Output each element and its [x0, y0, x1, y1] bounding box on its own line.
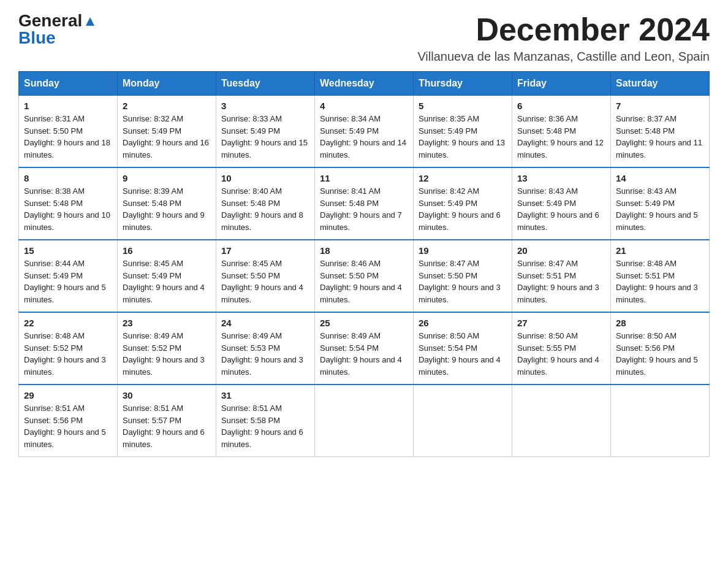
day-info: Sunrise: 8:33 AMSunset: 5:49 PMDaylight:…	[221, 113, 309, 161]
day-number: 17	[221, 245, 309, 256]
logo-triangle-icon	[83, 15, 97, 28]
logo: General Blue	[18, 12, 97, 47]
day-info: Sunrise: 8:45 AMSunset: 5:49 PMDaylight:…	[123, 258, 211, 305]
calendar-cell	[315, 385, 414, 457]
calendar-cell: 3Sunrise: 8:33 AMSunset: 5:49 PMDaylight…	[216, 96, 315, 168]
month-title: December 2024	[417, 12, 710, 47]
day-info: Sunrise: 8:36 AMSunset: 5:48 PMDaylight:…	[517, 113, 605, 161]
day-number: 11	[320, 173, 408, 183]
location-subtitle: Villanueva de las Manzanas, Castille and…	[417, 50, 710, 64]
calendar-cell: 1Sunrise: 8:31 AMSunset: 5:50 PMDaylight…	[19, 96, 118, 168]
calendar-cell: 20Sunrise: 8:47 AMSunset: 5:51 PMDayligh…	[512, 240, 611, 312]
day-number: 29	[24, 390, 112, 400]
calendar-cell: 9Sunrise: 8:39 AMSunset: 5:48 PMDaylight…	[118, 167, 216, 240]
day-number: 5	[419, 101, 507, 111]
weekday-header-wednesday: Wednesday	[315, 72, 414, 96]
day-number: 22	[24, 318, 112, 328]
weekday-header-friday: Friday	[512, 72, 611, 96]
day-info: Sunrise: 8:40 AMSunset: 5:48 PMDaylight:…	[221, 185, 309, 233]
day-info: Sunrise: 8:38 AMSunset: 5:48 PMDaylight:…	[24, 185, 112, 233]
calendar-cell: 26Sunrise: 8:50 AMSunset: 5:54 PMDayligh…	[414, 312, 512, 385]
calendar-cell: 12Sunrise: 8:42 AMSunset: 5:49 PMDayligh…	[414, 167, 512, 240]
day-number: 18	[320, 245, 408, 256]
day-number: 4	[320, 101, 408, 111]
day-info: Sunrise: 8:46 AMSunset: 5:50 PMDaylight:…	[320, 258, 408, 305]
day-number: 19	[419, 245, 507, 256]
day-info: Sunrise: 8:44 AMSunset: 5:49 PMDaylight:…	[24, 258, 112, 305]
calendar-week-row: 22Sunrise: 8:48 AMSunset: 5:52 PMDayligh…	[19, 312, 710, 385]
day-info: Sunrise: 8:47 AMSunset: 5:50 PMDaylight:…	[419, 258, 507, 305]
calendar-cell: 30Sunrise: 8:51 AMSunset: 5:57 PMDayligh…	[118, 385, 216, 457]
calendar-cell: 31Sunrise: 8:51 AMSunset: 5:58 PMDayligh…	[216, 385, 315, 457]
day-info: Sunrise: 8:49 AMSunset: 5:52 PMDaylight:…	[123, 330, 211, 378]
day-info: Sunrise: 8:42 AMSunset: 5:49 PMDaylight:…	[419, 185, 507, 233]
day-number: 15	[24, 245, 112, 256]
day-number: 20	[517, 245, 605, 256]
weekday-header-tuesday: Tuesday	[216, 72, 315, 96]
day-number: 27	[517, 318, 605, 328]
day-number: 23	[123, 318, 211, 328]
day-info: Sunrise: 8:31 AMSunset: 5:50 PMDaylight:…	[24, 113, 112, 161]
page-header: General Blue December 2024 Villanueva de…	[18, 12, 710, 64]
day-info: Sunrise: 8:37 AMSunset: 5:48 PMDaylight:…	[616, 113, 704, 161]
day-number: 7	[616, 101, 704, 111]
day-number: 30	[123, 390, 211, 400]
day-number: 28	[616, 318, 704, 328]
day-info: Sunrise: 8:39 AMSunset: 5:48 PMDaylight:…	[123, 185, 211, 233]
day-info: Sunrise: 8:35 AMSunset: 5:49 PMDaylight:…	[419, 113, 507, 161]
day-number: 1	[24, 101, 112, 111]
calendar-week-row: 15Sunrise: 8:44 AMSunset: 5:49 PMDayligh…	[19, 240, 710, 312]
calendar-week-row: 1Sunrise: 8:31 AMSunset: 5:50 PMDaylight…	[19, 96, 710, 168]
day-number: 31	[221, 390, 309, 400]
logo-blue-text: Blue	[18, 29, 56, 47]
day-number: 10	[221, 173, 309, 183]
day-info: Sunrise: 8:51 AMSunset: 5:57 PMDaylight:…	[123, 402, 211, 450]
day-number: 13	[517, 173, 605, 183]
calendar-cell: 14Sunrise: 8:43 AMSunset: 5:49 PMDayligh…	[611, 167, 710, 240]
calendar-cell	[512, 385, 611, 457]
logo-general-text: General	[18, 12, 82, 29]
day-info: Sunrise: 8:34 AMSunset: 5:49 PMDaylight:…	[320, 113, 408, 161]
calendar-cell: 2Sunrise: 8:32 AMSunset: 5:49 PMDaylight…	[118, 96, 216, 168]
calendar-cell: 23Sunrise: 8:49 AMSunset: 5:52 PMDayligh…	[118, 312, 216, 385]
day-number: 6	[517, 101, 605, 111]
day-info: Sunrise: 8:50 AMSunset: 5:56 PMDaylight:…	[616, 330, 704, 378]
day-number: 14	[616, 173, 704, 183]
day-info: Sunrise: 8:49 AMSunset: 5:53 PMDaylight:…	[221, 330, 309, 378]
calendar-week-row: 29Sunrise: 8:51 AMSunset: 5:56 PMDayligh…	[19, 385, 710, 457]
day-info: Sunrise: 8:48 AMSunset: 5:52 PMDaylight:…	[24, 330, 112, 378]
calendar-cell: 8Sunrise: 8:38 AMSunset: 5:48 PMDaylight…	[19, 167, 118, 240]
day-info: Sunrise: 8:43 AMSunset: 5:49 PMDaylight:…	[616, 185, 704, 233]
calendar-cell: 16Sunrise: 8:45 AMSunset: 5:49 PMDayligh…	[118, 240, 216, 312]
calendar-cell: 17Sunrise: 8:45 AMSunset: 5:50 PMDayligh…	[216, 240, 315, 312]
calendar-cell: 13Sunrise: 8:43 AMSunset: 5:49 PMDayligh…	[512, 167, 611, 240]
calendar-cell: 6Sunrise: 8:36 AMSunset: 5:48 PMDaylight…	[512, 96, 611, 168]
calendar-cell: 21Sunrise: 8:48 AMSunset: 5:51 PMDayligh…	[611, 240, 710, 312]
calendar-cell	[414, 385, 512, 457]
weekday-header-saturday: Saturday	[611, 72, 710, 96]
calendar-cell: 11Sunrise: 8:41 AMSunset: 5:48 PMDayligh…	[315, 167, 414, 240]
weekday-header-thursday: Thursday	[414, 72, 512, 96]
calendar-cell: 15Sunrise: 8:44 AMSunset: 5:49 PMDayligh…	[19, 240, 118, 312]
calendar-cell: 25Sunrise: 8:49 AMSunset: 5:54 PMDayligh…	[315, 312, 414, 385]
day-info: Sunrise: 8:41 AMSunset: 5:48 PMDaylight:…	[320, 185, 408, 233]
calendar-cell: 5Sunrise: 8:35 AMSunset: 5:49 PMDaylight…	[414, 96, 512, 168]
calendar-cell: 27Sunrise: 8:50 AMSunset: 5:55 PMDayligh…	[512, 312, 611, 385]
day-number: 25	[320, 318, 408, 328]
day-number: 26	[419, 318, 507, 328]
day-info: Sunrise: 8:32 AMSunset: 5:49 PMDaylight:…	[123, 113, 211, 161]
calendar-cell: 28Sunrise: 8:50 AMSunset: 5:56 PMDayligh…	[611, 312, 710, 385]
day-info: Sunrise: 8:47 AMSunset: 5:51 PMDaylight:…	[517, 258, 605, 305]
day-info: Sunrise: 8:51 AMSunset: 5:58 PMDaylight:…	[221, 402, 309, 450]
calendar-cell: 10Sunrise: 8:40 AMSunset: 5:48 PMDayligh…	[216, 167, 315, 240]
calendar-cell: 18Sunrise: 8:46 AMSunset: 5:50 PMDayligh…	[315, 240, 414, 312]
day-number: 21	[616, 245, 704, 256]
day-info: Sunrise: 8:49 AMSunset: 5:54 PMDaylight:…	[320, 330, 408, 378]
day-info: Sunrise: 8:51 AMSunset: 5:56 PMDaylight:…	[24, 402, 112, 450]
calendar-table: SundayMondayTuesdayWednesdayThursdayFrid…	[18, 71, 710, 457]
day-number: 9	[123, 173, 211, 183]
calendar-cell	[611, 385, 710, 457]
calendar-header-row: SundayMondayTuesdayWednesdayThursdayFrid…	[19, 72, 710, 96]
calendar-cell: 7Sunrise: 8:37 AMSunset: 5:48 PMDaylight…	[611, 96, 710, 168]
calendar-cell: 4Sunrise: 8:34 AMSunset: 5:49 PMDaylight…	[315, 96, 414, 168]
